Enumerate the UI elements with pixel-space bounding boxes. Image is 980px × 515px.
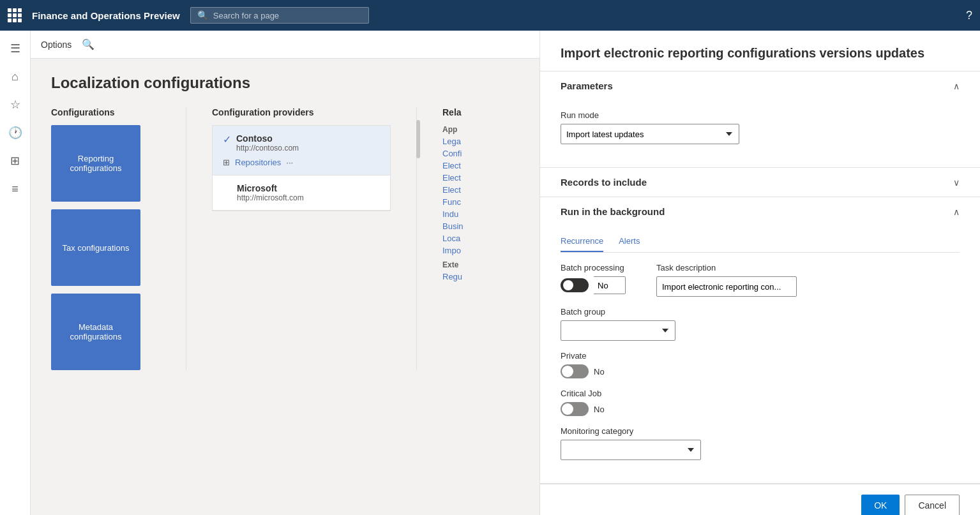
parameters-section: Parameters ∧ Run mode Import latest upda… xyxy=(540,71,980,168)
batch-toggle-wrapper: No xyxy=(561,276,626,294)
provider-list: ✓ Contoso http://contoso.com ⊞ Repositor… xyxy=(212,125,391,211)
batch-no-input[interactable]: No xyxy=(594,276,626,294)
cancel-button[interactable]: Cancel xyxy=(905,495,960,515)
private-toggle-row: No xyxy=(561,364,960,378)
records-title: Records to include xyxy=(561,177,647,188)
records-section: Records to include ∨ xyxy=(540,168,980,197)
parameters-chevron-icon: ∧ xyxy=(953,81,960,91)
right-panel: Import electronic reporting configuratio… xyxy=(539,31,980,515)
batch-toggle-knob xyxy=(563,280,573,290)
run-background-section: Run in the background ∧ Recurrence Alert… xyxy=(540,197,980,484)
background-tabs: Recurrence Alerts xyxy=(561,236,960,253)
secondary-search-icon[interactable]: 🔍 xyxy=(82,38,94,50)
tile-metadata-label: Metadata configurations xyxy=(59,322,133,341)
parameters-body: Run mode Import latest updates Run as si… xyxy=(540,100,980,167)
related-group-app: App xyxy=(442,125,519,134)
contoso-actions: ⊞ Repositories ··· xyxy=(223,158,380,167)
tab-recurrence[interactable]: Recurrence xyxy=(561,236,603,252)
related-section: Rela App Lega Confi Elect Elect Elect Fu… xyxy=(442,107,519,370)
app-launcher[interactable] xyxy=(8,8,22,22)
monitoring-category-label: Monitoring category xyxy=(561,426,960,436)
private-toggle[interactable] xyxy=(561,364,589,378)
ok-button[interactable]: OK xyxy=(861,495,900,515)
related-list-exte: Regu xyxy=(442,272,519,281)
batch-toggle[interactable] xyxy=(561,278,589,292)
global-search-input[interactable] xyxy=(213,11,362,20)
critical-job-toggle-row: No xyxy=(561,402,960,416)
dialog-title: Import electronic reporting configuratio… xyxy=(561,46,960,61)
tab-alerts-label: Alerts xyxy=(619,236,640,246)
run-mode-select[interactable]: Import latest updates Run as simulation … xyxy=(561,124,739,144)
critical-job-label: Critical Job xyxy=(561,389,960,398)
critical-job-no-label: No xyxy=(594,405,605,414)
contoso-more-icon[interactable]: ··· xyxy=(286,158,293,167)
related-busin[interactable]: Busin xyxy=(442,221,513,231)
tab-alerts[interactable]: Alerts xyxy=(619,236,640,252)
related-func[interactable]: Func xyxy=(442,197,513,207)
secondary-navigation: Options 🔍 xyxy=(31,31,539,59)
contoso-repos-label[interactable]: Repositories xyxy=(235,158,281,167)
related-heading: Rela xyxy=(442,107,519,117)
global-search-box[interactable]: 🔍 xyxy=(190,7,369,24)
configurations-section: Configurations Reporting configurations … xyxy=(51,107,160,370)
tile-reporting[interactable]: Reporting configurations xyxy=(51,125,140,202)
related-confi[interactable]: Confi xyxy=(442,149,513,158)
content-area: Options 🔍 Localization configurations Co… xyxy=(31,31,539,515)
critical-job-group: Critical Job No xyxy=(561,389,960,416)
related-lega[interactable]: Lega xyxy=(442,137,513,146)
tile-tax[interactable]: Tax configurations xyxy=(51,209,140,286)
sidebar-modules[interactable]: ≡ xyxy=(3,176,28,202)
related-elect3[interactable]: Elect xyxy=(442,185,513,195)
tile-metadata[interactable]: Metadata configurations xyxy=(51,294,140,370)
provider-microsoft[interactable]: Microsoft http://microsoft.com xyxy=(213,175,390,211)
parameters-section-header[interactable]: Parameters ∧ xyxy=(540,71,980,100)
records-section-header[interactable]: Records to include ∨ xyxy=(540,168,980,197)
configurations-heading: Configurations xyxy=(51,107,160,117)
critical-job-toggle[interactable] xyxy=(561,402,589,416)
related-loca[interactable]: Loca xyxy=(442,234,513,243)
related-list: Lega Confi Elect Elect Elect Func Indu B… xyxy=(442,137,519,255)
providers-section: Configuration providers ✓ Contoso http:/… xyxy=(212,107,391,370)
contoso-check-icon: ✓ xyxy=(223,133,231,146)
tiles-row: Reporting configurations Tax configurati… xyxy=(51,125,160,286)
section-divider-2 xyxy=(416,107,417,370)
sidebar-favorites[interactable]: ☆ xyxy=(3,92,28,117)
config-grid: Configurations Reporting configurations … xyxy=(51,107,519,370)
section-divider-1 xyxy=(186,107,186,370)
tile-tax-label: Tax configurations xyxy=(63,243,130,253)
providers-heading: Configuration providers xyxy=(212,107,391,117)
run-background-header[interactable]: Run in the background ∧ xyxy=(540,197,980,226)
app-title: Finance and Operations Preview xyxy=(32,10,180,21)
sidebar-recent[interactable]: 🕐 xyxy=(3,120,28,146)
sidebar-home[interactable]: ⌂ xyxy=(3,64,28,89)
contoso-url: http://contoso.com xyxy=(236,144,299,153)
page-content: Localization configurations Configuratio… xyxy=(31,59,539,515)
related-indu[interactable]: Indu xyxy=(442,209,513,219)
repos-icon: ⊞ xyxy=(223,158,230,167)
help-icon[interactable]: ? xyxy=(966,9,972,22)
options-label: Options xyxy=(41,40,72,50)
tiles-row-2: Metadata configurations xyxy=(51,294,160,370)
batch-group-select[interactable] xyxy=(561,320,675,341)
monitoring-category-group: Monitoring category xyxy=(561,426,960,460)
monitoring-category-select[interactable] xyxy=(561,440,701,460)
private-group: Private No xyxy=(561,351,960,378)
sidebar-workspaces[interactable]: ⊞ xyxy=(3,148,28,174)
batch-row: Batch processing No Task description xyxy=(561,263,960,297)
private-toggle-knob xyxy=(562,366,573,377)
parameters-title: Parameters xyxy=(561,80,613,91)
run-mode-group: Run mode Import latest updates Run as si… xyxy=(561,110,960,144)
provider-contoso[interactable]: ✓ Contoso http://contoso.com ⊞ Repositor… xyxy=(213,126,390,175)
related-impo[interactable]: Impo xyxy=(442,246,513,255)
related-elect2[interactable]: Elect xyxy=(442,173,513,183)
batch-right: Task description xyxy=(656,263,797,297)
sidebar-hamburger[interactable]: ☰ xyxy=(3,36,28,61)
related-elect1[interactable]: Elect xyxy=(442,161,513,170)
dialog-header: Import electronic reporting configuratio… xyxy=(540,31,980,71)
microsoft-name: Microsoft xyxy=(237,183,304,193)
related-regu[interactable]: Regu xyxy=(442,272,513,281)
grid-icon xyxy=(8,8,22,22)
microsoft-url: http://microsoft.com xyxy=(237,193,304,202)
page-title: Localization configurations xyxy=(51,74,519,92)
task-description-input[interactable] xyxy=(656,276,797,297)
